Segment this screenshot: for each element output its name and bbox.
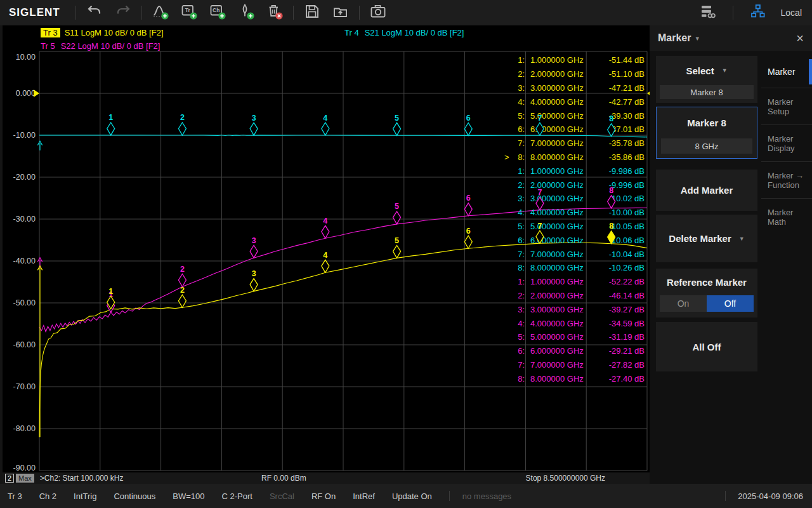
marker-readout-row: 1:1.000000 GHz-51.44 dB bbox=[504, 53, 645, 67]
tab-label: Marker Display bbox=[768, 134, 811, 153]
delete-marker-dropdown[interactable]: Delete Marker ▼ bbox=[656, 215, 757, 262]
tab-marker-math[interactable]: Marker Math bbox=[761, 198, 812, 235]
screenshot-button[interactable] bbox=[368, 3, 388, 23]
select-label: Select bbox=[686, 65, 714, 76]
add-measurement-button[interactable] bbox=[150, 3, 171, 23]
marker-readout-row: 3:3.000000 GHz-39.27 dB bbox=[504, 302, 645, 316]
tab-marker-display[interactable]: Marker Display bbox=[761, 124, 812, 161]
select-marker-dropdown[interactable]: Select ▼ Marker 8 bbox=[656, 56, 757, 103]
add-trace-button[interactable]: Tr bbox=[179, 3, 199, 23]
status-item-tr-3[interactable]: Tr 3 bbox=[8, 491, 22, 501]
network-icon bbox=[750, 3, 766, 22]
trace-label-tr5[interactable]: Tr 5S22 LogM 10 dB/ 0 dB [F2] bbox=[41, 41, 160, 51]
sweep-stop-label[interactable]: Stop 8.500000000 GHz bbox=[526, 474, 605, 483]
save-button[interactable] bbox=[302, 3, 322, 23]
marker-frequency: 4.000000 GHz bbox=[530, 208, 598, 217]
connection-mode-label[interactable]: Local bbox=[781, 8, 802, 18]
active-marker-prefix: > bbox=[504, 152, 512, 162]
sweep-start-label[interactable]: >Ch2: Start 100.000 kHz bbox=[40, 474, 124, 483]
marker-number: 5: bbox=[512, 332, 525, 342]
marker-value: -10.02 dB bbox=[598, 194, 645, 203]
status-item-continuous[interactable]: Continuous bbox=[114, 491, 155, 501]
tab-label: Marker → Function bbox=[768, 171, 811, 190]
channel-number-badge[interactable]: 2 bbox=[5, 474, 14, 483]
trace-format: S21 LogM 10 dB/ 0 dB [F2] bbox=[365, 28, 464, 37]
marker-frequency: 2.000000 GHz bbox=[530, 69, 598, 79]
marker-frequency: 3.000000 GHz bbox=[530, 305, 598, 314]
marker-8-frequency[interactable]: 8 GHz bbox=[661, 138, 752, 154]
marker-readout-row: 2:2.000000 GHz-51.10 dB bbox=[504, 67, 645, 81]
tab-marker-function[interactable]: Marker → Function bbox=[761, 161, 812, 198]
all-off-button[interactable]: All Off bbox=[656, 322, 757, 371]
reference-off-button[interactable]: Off bbox=[707, 295, 754, 312]
marker-readout-row: 8:8.000000 GHz-27.40 dB bbox=[504, 371, 645, 385]
marker-readout-row: >8:8.000000 GHz-35.86 dB bbox=[504, 150, 645, 164]
marker-frequency: 3.000000 GHz bbox=[530, 83, 598, 93]
tab-label: Marker bbox=[768, 67, 796, 77]
status-item-bw-100[interactable]: BW=100 bbox=[173, 491, 204, 501]
marker-frequency: 1.000000 GHz bbox=[530, 166, 598, 176]
recall-button[interactable] bbox=[331, 3, 351, 23]
trace-id: Tr 4 bbox=[344, 28, 359, 37]
marker-value: -39.30 dB bbox=[598, 111, 645, 121]
status-item-intref[interactable]: IntRef bbox=[353, 491, 375, 501]
close-icon[interactable]: × bbox=[796, 32, 804, 44]
marker-frequency: 1.000000 GHz bbox=[530, 277, 598, 286]
marker-readout-row: 1:1.000000 GHz-52.22 dB bbox=[504, 275, 645, 289]
marker-readout-row: 2:2.000000 GHz-9.996 dB bbox=[504, 178, 645, 192]
rf-power-label[interactable]: RF 0.00 dBm bbox=[261, 474, 306, 483]
add-marker-label: Add Marker bbox=[656, 170, 757, 211]
add-marker-button[interactable] bbox=[236, 3, 256, 23]
marker-8-button[interactable]: Marker 8 8 GHz bbox=[656, 107, 757, 159]
tab-marker-setup[interactable]: Marker Setup bbox=[761, 88, 812, 124]
status-item-ch-2[interactable]: Ch 2 bbox=[39, 491, 56, 501]
marker-frequency: 7.000000 GHz bbox=[530, 250, 598, 259]
statusbar-divider bbox=[449, 491, 450, 501]
datetime-label: 2025-04-09 09:06 bbox=[738, 491, 803, 501]
marker-readout-row: 3:3.000000 GHz-10.02 dB bbox=[504, 192, 645, 206]
marker-frequency: 4.000000 GHz bbox=[530, 97, 598, 107]
add-marker-button[interactable]: Add Marker bbox=[656, 170, 757, 211]
marker-frequency: 7.000000 GHz bbox=[530, 138, 598, 148]
window-max-badge[interactable]: Max bbox=[16, 474, 34, 483]
menu-chevron-down-icon[interactable]: ▾ bbox=[695, 34, 699, 43]
system-status-button[interactable] bbox=[698, 3, 718, 23]
marker-readout-row: 6:6.000000 GHz-37.01 dB bbox=[504, 123, 645, 137]
add-channel-button[interactable]: Ch bbox=[207, 3, 228, 23]
delete-button[interactable] bbox=[265, 3, 285, 23]
status-item-c-2-port[interactable]: C 2-Port bbox=[221, 491, 252, 501]
status-item-inttrig[interactable]: IntTrig bbox=[74, 491, 96, 501]
trace-add-icon: Tr bbox=[181, 3, 197, 22]
marker-number: 4: bbox=[512, 319, 525, 328]
marker-number: 2: bbox=[512, 291, 525, 300]
undo-button[interactable] bbox=[84, 3, 105, 23]
marker-frequency: 5.000000 GHz bbox=[530, 111, 598, 121]
trace-label-tr3[interactable]: Tr 3S11 LogM 10 dB/ 0 dB [F2] bbox=[41, 28, 164, 37]
delete-marker-label: Delete Marker bbox=[669, 233, 731, 244]
plot-panel: 10.000.000-10.00-20.00-30.00-40.00-50.00… bbox=[3, 25, 650, 484]
marker-readout-row: 3:3.000000 GHz-47.21 dB bbox=[504, 81, 645, 95]
all-off-label: All Off bbox=[656, 322, 757, 371]
menu-title[interactable]: Marker bbox=[658, 32, 691, 44]
status-item-update-on[interactable]: Update On bbox=[392, 491, 432, 501]
marker-number: 2: bbox=[512, 180, 525, 190]
marker-value: -10.26 dB bbox=[598, 263, 645, 272]
status-item-rf-on[interactable]: RF On bbox=[311, 491, 336, 501]
reference-on-button[interactable]: On bbox=[660, 295, 707, 312]
network-button[interactable] bbox=[748, 3, 768, 23]
marker-add-icon bbox=[238, 3, 254, 22]
marker-frequency: 8.000000 GHz bbox=[530, 374, 598, 384]
marker-number: 7: bbox=[512, 360, 525, 370]
trace-label-tr4[interactable]: Tr 4S21 LogM 10 dB/ 0 dB [F2] bbox=[344, 28, 464, 37]
y-axis-tick-label: 0.000 bbox=[16, 89, 36, 98]
redo-button[interactable] bbox=[113, 3, 133, 23]
marker-frequency: 7.000000 GHz bbox=[530, 360, 598, 370]
reference-marker-label: Reference Marker bbox=[656, 269, 757, 295]
marker-value: -47.21 dB bbox=[598, 83, 645, 93]
y-axis-tick-label: -10.00 bbox=[13, 131, 36, 140]
marker-readout-row: 1:1.000000 GHz-9.986 dB bbox=[504, 164, 645, 178]
trash-delete-icon bbox=[266, 3, 283, 22]
marker-value: -37.01 dB bbox=[598, 124, 645, 134]
tab-marker[interactable]: Marker bbox=[761, 56, 812, 88]
marker-frequency: 6.000000 GHz bbox=[530, 124, 598, 134]
